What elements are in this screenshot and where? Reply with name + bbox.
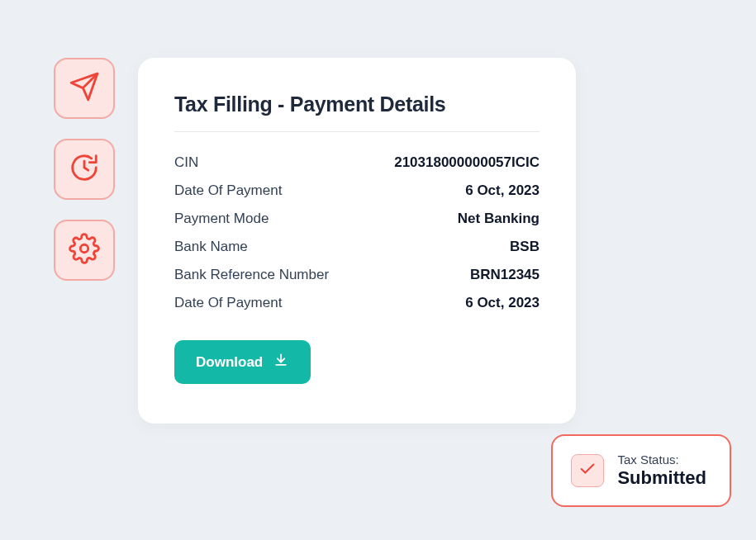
gear-icon [69,233,100,268]
detail-value: Net Banking [458,211,540,227]
clock-icon [69,152,100,187]
detail-label: Payment Mode [174,211,269,227]
svg-point-0 [80,244,88,253]
status-value: Submitted [617,467,706,489]
detail-label: Date Of Payment [174,182,282,199]
detail-value: 210318000000057ICIC [394,154,540,171]
detail-label: Date Of Payment [174,295,282,311]
history-button[interactable] [54,139,115,200]
detail-value: BSB [510,239,540,255]
status-label: Tax Status: [617,452,706,467]
payment-details-card: Tax Filling - Payment Details CIN 210318… [138,58,576,424]
detail-row: Bank Name BSB [174,233,540,261]
icon-sidebar [54,58,115,281]
download-button[interactable]: Download [174,340,311,384]
detail-label: CIN [174,154,198,171]
send-icon [69,71,100,106]
tax-status-card: Tax Status: Submitted [551,434,731,507]
status-text: Tax Status: Submitted [617,452,706,489]
download-icon [273,352,289,372]
detail-value: 6 Oct, 2023 [465,182,540,199]
check-icon [578,460,597,481]
card-title: Tax Filling - Payment Details [174,92,540,116]
status-checkbox [571,454,604,487]
detail-label: Bank Reference Number [174,267,329,283]
detail-value: 6 Oct, 2023 [465,295,540,311]
detail-label: Bank Name [174,239,248,255]
detail-row: Date Of Payment 6 Oct, 2023 [174,289,540,317]
detail-row: CIN 210318000000057ICIC [174,149,540,177]
detail-row: Date Of Payment 6 Oct, 2023 [174,177,540,205]
detail-row: Payment Mode Net Banking [174,205,540,233]
settings-button[interactable] [54,220,115,281]
download-button-label: Download [196,354,263,371]
send-button[interactable] [54,58,115,119]
divider [174,131,540,132]
detail-row: Bank Reference Number BRN12345 [174,261,540,289]
detail-value: BRN12345 [470,267,540,283]
